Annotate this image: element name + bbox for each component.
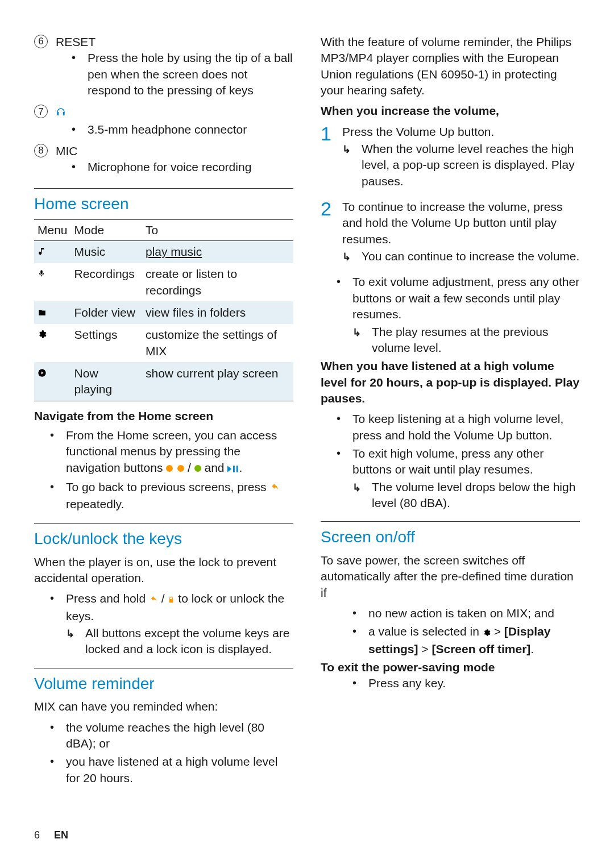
circled-number-6: 6: [34, 35, 48, 48]
divider: [34, 523, 293, 524]
screen-off-timer-path: [Screen off timer]: [432, 642, 530, 655]
mode-now-playing: Now playing: [71, 362, 142, 401]
gear-icon: [38, 328, 47, 341]
mode-music: Music: [71, 240, 142, 263]
back-icon: [269, 480, 280, 496]
screen-intro: To save power, the screen switches off a…: [321, 553, 580, 601]
step-number-1: 1: [321, 124, 334, 191]
step1-text: Press the Volume Up button.: [342, 125, 494, 138]
divider: [34, 668, 293, 668]
to-now-playing: show current play screen: [142, 362, 293, 401]
circled-number-8: 8: [34, 144, 48, 157]
play-pause-icon: [227, 461, 239, 477]
exit-power-title: To exit the power-saving mode: [321, 659, 580, 675]
th-mode: Mode: [71, 219, 142, 240]
folder-icon: [38, 306, 47, 319]
exit-bullet: To exit volume adjustment, press any oth…: [337, 274, 580, 356]
table-row: Music play music: [34, 240, 293, 263]
gear-icon: [483, 625, 491, 641]
to-folder: view files in folders: [142, 301, 293, 323]
to-settings: customize the settings of MIX: [142, 324, 293, 363]
table-row: Now playing show current play screen: [34, 362, 293, 401]
divider: [321, 521, 580, 522]
mode-folder: Folder view: [71, 301, 142, 323]
navigate-heading: Navigate from the Home screen: [34, 408, 293, 424]
page-number: 6: [34, 829, 40, 841]
now-playing-icon: [38, 367, 47, 380]
lock-intro: When the player is on, use the lock to p…: [34, 554, 293, 587]
page-lang: EN: [54, 829, 68, 841]
lock-icon: [168, 592, 175, 608]
dot-icon: [177, 465, 184, 472]
lock-sub: ↳All buttons except the volume keys are …: [66, 625, 293, 658]
music-icon: [38, 245, 47, 258]
reset-desc: Press the hole by using the tip of a bal…: [72, 50, 293, 98]
step2-text: To continue to increase the volume, pres…: [342, 200, 563, 246]
to-recordings: create or listen to recordings: [142, 263, 293, 302]
screen-b2: a value is selected in > [Display settin…: [352, 624, 580, 657]
dot-icon: [166, 465, 173, 472]
screen-b1: no new action is taken on MIX; and: [352, 605, 580, 621]
circled-number-7: 7: [34, 105, 48, 118]
high-b1: To keep listening at a high volume level…: [337, 411, 580, 443]
mode-recordings: Recordings: [71, 263, 142, 302]
high-b2: To exit high volume, press any other but…: [337, 446, 580, 511]
mic-icon: [38, 267, 45, 280]
headphones-icon: [56, 105, 66, 121]
increase-volume-title: When you increase the volume,: [321, 103, 580, 119]
mode-settings: Settings: [71, 324, 142, 363]
right-column: With the feature of volume reminder, the…: [321, 34, 580, 788]
exit-sub: ↳The play resumes at the previous volume…: [352, 324, 580, 356]
step2-sub: ↳You can continue to increase the volume…: [342, 248, 580, 264]
page-footer: 6 EN: [34, 828, 68, 842]
step-number-2: 2: [321, 199, 334, 266]
high-volume-title: When you have listened at a high volume …: [321, 358, 580, 406]
volume-intro: MIX can have you reminded when:: [34, 699, 293, 715]
arrow-icon: ↳: [342, 143, 351, 156]
divider: [34, 188, 293, 189]
lock-heading: Lock/unlock the keys: [34, 528, 293, 550]
home-screen-table: Menu Mode To Music play music Recordings…: [34, 219, 293, 401]
step-1: 1 Press the Volume Up button. ↳When the …: [321, 124, 580, 191]
nav-bullet-2: To go back to previous screens, press re…: [50, 479, 293, 513]
volume-b2: you have listened at a high volume level…: [50, 754, 293, 786]
dot-icon: [194, 465, 201, 472]
lock-bullet: Press and hold / to lock or unlock the k…: [50, 591, 293, 657]
home-screen-heading: Home screen: [34, 193, 293, 215]
hardware-item-mic: 8 MIC Microphone for voice recording: [34, 143, 293, 178]
mic-desc: Microphone for voice recording: [72, 159, 293, 175]
table-row: Recordings create or listen to recording…: [34, 263, 293, 302]
exit-power-bullet: Press any key.: [352, 675, 580, 691]
screen-heading: Screen on/off: [321, 526, 580, 548]
step-2: 2 To continue to increase the volume, pr…: [321, 199, 580, 266]
to-play-music[interactable]: play music: [146, 245, 202, 258]
mic-label: MIC: [56, 143, 293, 159]
arrow-icon: ↳: [342, 250, 351, 264]
table-row: Folder view view files in folders: [34, 301, 293, 323]
arrow-icon: ↳: [352, 326, 361, 339]
reset-label: RESET: [56, 34, 293, 50]
volume-b1: the volume reaches the high level (80 dB…: [50, 720, 293, 752]
headphones-desc: 3.5-mm headphone connector: [72, 122, 293, 138]
volume-heading: Volume reminder: [34, 673, 293, 695]
left-column: 6 RESET Press the hole by using the tip …: [34, 34, 293, 788]
arrow-icon: ↳: [352, 481, 361, 495]
th-menu: Menu: [34, 219, 71, 240]
th-to: To: [142, 219, 293, 240]
nav-bullet-1: From the Home screen, you can access fun…: [50, 427, 293, 477]
hardware-item-reset: 6 RESET Press the hole by using the tip …: [34, 34, 293, 101]
step1-sub: ↳When the volume level reaches the high …: [342, 141, 580, 189]
table-row: Settings customize the settings of MIX: [34, 324, 293, 363]
back-icon: [149, 592, 158, 608]
arrow-icon: ↳: [66, 627, 74, 641]
high-sub: ↳The volume level drops below the high l…: [352, 479, 580, 512]
hardware-item-headphones: 7 3.5-mm headphone connector: [34, 104, 293, 140]
compliance-text: With the feature of volume reminder, the…: [321, 34, 580, 98]
